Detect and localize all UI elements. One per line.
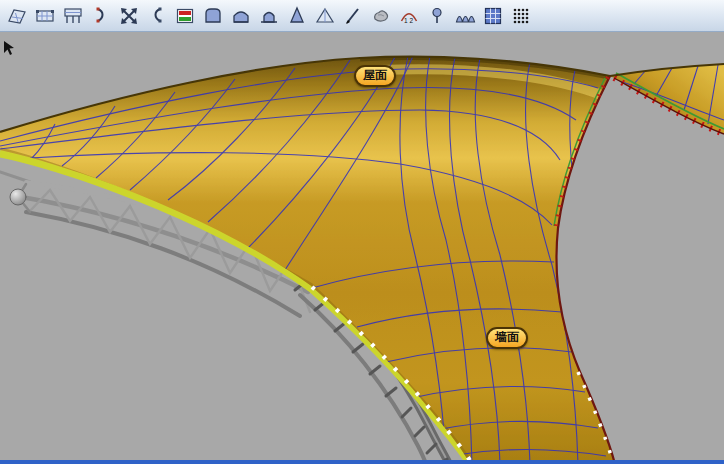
curve-bracket-tool-button[interactable]	[87, 2, 114, 29]
rock-icon	[370, 5, 392, 27]
curve-bracket-icon	[90, 5, 112, 27]
pyramid-tool-button[interactable]	[311, 2, 338, 29]
curve-bracket-2-tool-button[interactable]	[143, 2, 170, 29]
pin-tool-button[interactable]	[423, 2, 450, 29]
tilted-panel-tool-button[interactable]	[3, 2, 30, 29]
roof-label[interactable]: 屋面	[354, 65, 396, 87]
cone-tool-button[interactable]	[283, 2, 310, 29]
svg-text:1 2: 1 2	[404, 16, 413, 23]
polyline-tool-button[interactable]	[339, 2, 366, 29]
dome-tool-button[interactable]	[255, 2, 282, 29]
colored-panel-icon	[174, 5, 196, 27]
scene-canvas[interactable]	[0, 32, 724, 464]
panel-grid-tool-button[interactable]	[31, 2, 58, 29]
curtain-tool-button[interactable]	[451, 2, 478, 29]
main-toolbar: 1 2	[0, 0, 724, 32]
arch-tool-button[interactable]	[227, 2, 254, 29]
pyramid-icon	[314, 5, 336, 27]
colored-panel-tool-button[interactable]	[171, 2, 198, 29]
viewport-cursor-icon	[2, 40, 16, 56]
arch-icon	[230, 5, 252, 27]
cross-arrows-tool-button[interactable]	[115, 2, 142, 29]
polyline-icon	[342, 5, 364, 27]
arc-divide-icon: 1 2	[398, 5, 420, 27]
grid-surface-icon	[482, 5, 504, 27]
rock-tool-button[interactable]	[367, 2, 394, 29]
point-grid-icon	[510, 5, 532, 27]
viewport-3d[interactable]: 屋面 墙面	[0, 32, 724, 464]
curtain-icon	[454, 5, 476, 27]
truss-ball-node	[10, 189, 26, 205]
panel-posts-tool-button[interactable]	[59, 2, 86, 29]
cone-icon	[286, 5, 308, 27]
wall-label[interactable]: 墙面	[486, 327, 528, 349]
grid-surface-tool-button[interactable]	[479, 2, 506, 29]
blue-solid-tool-button[interactable]	[199, 2, 226, 29]
panel-grid-icon	[34, 5, 56, 27]
blue-solid-icon	[202, 5, 224, 27]
dome-icon	[258, 5, 280, 27]
panel-posts-icon	[62, 5, 84, 27]
curve-bracket-2-icon	[146, 5, 168, 27]
tilted-panel-icon	[6, 5, 28, 27]
point-grid-tool-button[interactable]	[507, 2, 534, 29]
arc-divide-tool-button[interactable]: 1 2	[395, 2, 422, 29]
bottom-blue-bar	[0, 460, 724, 464]
cross-arrows-icon	[118, 5, 140, 27]
pin-icon	[426, 5, 448, 27]
